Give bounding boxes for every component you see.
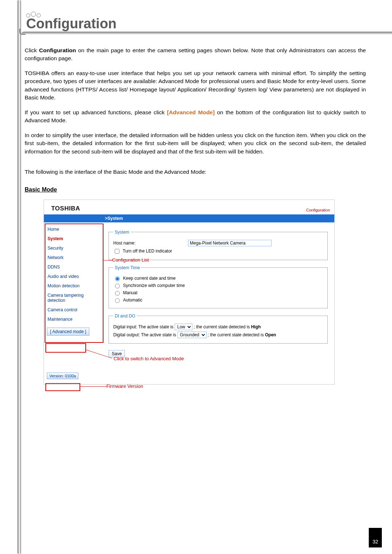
di-select[interactable]: Low <box>175 324 192 330</box>
paragraph-1: Click Configuration on the main page to … <box>25 46 366 63</box>
radio-auto[interactable] <box>115 298 120 303</box>
paragraph-3: If you want to set up advanced functions… <box>25 108 366 125</box>
di-label-b: ; the current state detected is <box>194 324 251 329</box>
radio-keep[interactable] <box>115 276 120 281</box>
do-label-b: ; the current state detected is <box>208 332 265 337</box>
firmware-version-badge: Version: 0100a <box>47 373 78 379</box>
configuration-link[interactable]: Configuration <box>306 208 330 212</box>
callout-config-list: Configuration List <box>112 257 149 263</box>
radio-sync-label: Synchronize with computer time <box>123 283 185 288</box>
callout-box-config-list <box>45 223 103 343</box>
radio-keep-label: Keep current date and time <box>123 276 176 281</box>
radio-sync[interactable] <box>115 284 120 288</box>
do-state: Open <box>265 332 276 337</box>
system-legend: System <box>113 230 131 235</box>
radio-manual-label: Manual <box>123 290 137 295</box>
di-label-a: Digital input: The active state is <box>113 324 175 329</box>
callout-box-advanced <box>45 343 86 353</box>
paragraph-4: In order to simplify the user interface,… <box>25 131 366 156</box>
hostname-label: Host name: <box>113 241 186 246</box>
breadcrumb: >System <box>44 214 334 222</box>
hostname-input[interactable] <box>188 240 271 246</box>
di-state: High <box>251 324 261 329</box>
system-fieldset: System Host name: Turn off the LED indic… <box>109 230 328 260</box>
callout-switch-advanced: Click to switch to Advanced Mode <box>114 356 184 361</box>
led-checkbox[interactable] <box>115 249 119 254</box>
paragraph-2: TOSHIBA offers an easy-to-use user inter… <box>25 69 366 102</box>
page-number: 32 <box>369 528 382 547</box>
page-title: Configuration <box>26 16 117 32</box>
di-do-fieldset: DI and DO Digital input: The active stat… <box>109 313 328 344</box>
callout-box-version <box>45 383 80 391</box>
di-do-legend: DI and DO <box>113 313 137 319</box>
paragraph-5: The following is the interface of the Ba… <box>25 168 366 176</box>
system-time-legend: System Time <box>113 265 141 270</box>
callout-firmware-version: Firmware Version <box>106 383 143 389</box>
radio-auto-label: Automatic <box>123 297 142 303</box>
basic-mode-heading: Basic Mode <box>25 186 366 193</box>
do-select[interactable]: Grounded <box>177 332 207 338</box>
led-label: Turn off the LED indicator <box>123 249 172 254</box>
brand-logo: TOSHIBA <box>51 205 80 212</box>
basic-mode-screenshot: TOSHIBA Configuration >System Home Syste… <box>44 200 335 385</box>
radio-manual[interactable] <box>115 291 120 296</box>
system-time-fieldset: System Time Keep current date and time S… <box>109 265 328 308</box>
do-label-a: Digital output: The active state is <box>113 332 177 337</box>
